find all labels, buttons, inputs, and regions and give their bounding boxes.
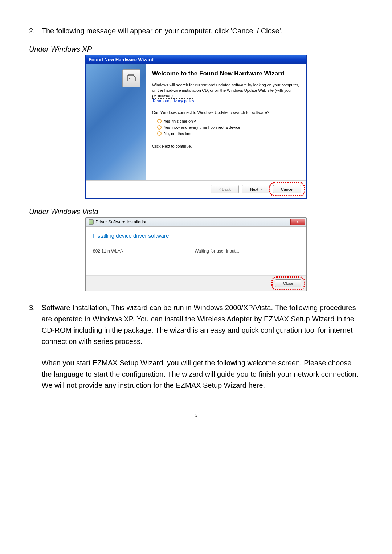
list-text: The following message will appear on you…	[42, 25, 363, 36]
radio-yes-once[interactable]: Yes, this time only	[157, 119, 300, 123]
item3-para1: Software Installation, This wizard can b…	[42, 302, 363, 347]
list-item-3: 3. Software Installation, This wizard ca…	[29, 302, 363, 401]
list-number: 2.	[29, 25, 35, 36]
vista-body: Installing device driver software 802.11…	[86, 227, 306, 275]
next-button[interactable]: Next >	[242, 185, 270, 193]
xp-titlebar: Found New Hardware Wizard	[86, 55, 306, 64]
page-number: 5	[29, 412, 363, 418]
vista-titlebar: Driver Software Installation X	[86, 218, 306, 227]
xp-body: Welcome to the Found New Hardware Wizard…	[86, 64, 306, 180]
xp-sidebar	[86, 64, 146, 180]
radio-label: Yes, now and every time I connect a devi…	[164, 125, 240, 130]
vista-title-left: Driver Software Installation	[89, 219, 147, 225]
device-status: Waiting for user input...	[195, 249, 239, 254]
privacy-policy-link[interactable]: Read our privacy policy	[152, 98, 195, 103]
back-button[interactable]: < Back	[211, 185, 239, 193]
radio-label: Yes, this time only	[164, 119, 196, 123]
radio-no[interactable]: No, not this time	[157, 131, 300, 136]
close-highlight: Close	[275, 279, 301, 287]
xp-heading: Welcome to the Found New Hardware Wizard	[152, 70, 300, 77]
xp-label: Under Windows XP	[29, 45, 363, 53]
xp-continue: Click Next to continue.	[152, 144, 300, 149]
hardware-icon	[122, 69, 140, 87]
radio-yes-every[interactable]: Yes, now and every time I connect a devi…	[157, 125, 300, 130]
vista-title-text: Driver Software Installation	[95, 219, 147, 225]
radio-icon	[157, 119, 162, 123]
xp-question: Can Windows connect to Windows Update to…	[152, 110, 300, 115]
cancel-button[interactable]: Cancel	[273, 185, 301, 193]
vista-footer: Close	[86, 275, 306, 291]
xp-footer: < Back Next > Cancel	[86, 180, 306, 198]
list-number: 3.	[29, 302, 35, 401]
vista-label: Under Windows Vista	[29, 208, 363, 216]
xp-para: Windows will search for current and upda…	[152, 82, 300, 98]
list-text: Software Installation, This wizard can b…	[42, 302, 363, 401]
radio-label: No, not this time	[164, 131, 192, 136]
svg-point-0	[129, 78, 130, 79]
device-name: 802.11 n WLAN	[93, 249, 195, 254]
close-icon[interactable]: X	[290, 219, 305, 225]
radio-icon	[157, 131, 162, 136]
vista-heading: Installing device driver software	[93, 233, 299, 239]
xp-radio-group: Yes, this time only Yes, now and every t…	[157, 119, 300, 136]
item3-para2: When you start EZMAX Setup Wizard, you w…	[42, 357, 363, 391]
radio-icon	[157, 125, 162, 130]
list-item-2: 2. The following message will appear on …	[29, 25, 363, 36]
vista-driver-dialog: Driver Software Installation X Installin…	[85, 217, 307, 291]
xp-hardware-wizard-dialog: Found New Hardware Wizard Welcome to the…	[85, 55, 307, 199]
divider	[93, 244, 299, 244]
cancel-highlight: Cancel	[273, 185, 301, 193]
xp-content: Welcome to the Found New Hardware Wizard…	[146, 64, 306, 180]
xp-sidebar-image	[86, 64, 146, 180]
driver-icon	[89, 219, 94, 225]
close-button[interactable]: Close	[275, 279, 301, 287]
device-row: 802.11 n WLAN Waiting for user input...	[93, 249, 299, 254]
